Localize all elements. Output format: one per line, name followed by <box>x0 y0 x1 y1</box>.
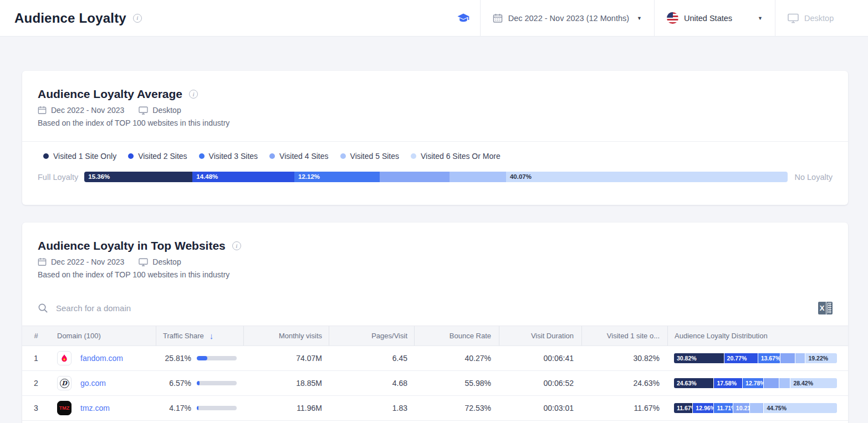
country-selector[interactable]: United States ▼ <box>654 0 775 36</box>
table-card-info-icon[interactable]: i <box>232 241 241 250</box>
calendar-icon <box>493 13 503 23</box>
row-distribution: 24.63%17.58%12.78%28.42% <box>667 378 848 388</box>
row-distribution: 30.82%20.77%13.67%19.22% <box>667 353 848 363</box>
distribution-segment: 12.96% <box>693 403 714 413</box>
distribution-bar: 24.63%17.58%12.78%28.42% <box>674 378 837 388</box>
table-row: 1fandom.com25.81%74.07M6.4540.27%00:06:4… <box>22 346 848 371</box>
legend-label: Visited 6 Sites Or More <box>421 152 501 161</box>
legend-item[interactable]: Visited 2 Sites <box>128 152 187 161</box>
distribution-bar: 11.67%12.96%11.71%10.21%44.75% <box>674 403 837 413</box>
search-icon <box>38 303 48 313</box>
legend-item[interactable]: Visited 3 Sites <box>199 152 258 161</box>
legend-item[interactable]: Visited 6 Sites Or More <box>411 152 501 161</box>
legend-item[interactable]: Visited 1 Site Only <box>43 152 116 161</box>
search-input[interactable] <box>56 303 818 313</box>
row-rank: 1 <box>22 354 50 363</box>
row-visited-1-site: 30.82% <box>581 354 667 363</box>
row-rank: 2 <box>22 379 50 388</box>
row-traffic-share: 4.17% <box>156 404 243 412</box>
traffic-share-bar <box>197 381 237 385</box>
distribution-segment: 44.75% <box>764 403 837 413</box>
row-visited-1-site: 11.67% <box>581 404 667 412</box>
average-card-date: Dec 2022 - Nov 2023 <box>51 106 124 115</box>
average-distribution-bar: 15.36%14.48%12.12%40.07% <box>84 172 788 182</box>
average-card-title: Audience Loyalty Average <box>38 87 182 101</box>
row-domain: fandom.com <box>50 351 156 365</box>
table-card-date: Dec 2022 - Nov 2023 <box>51 257 124 266</box>
row-visit-duration: 00:06:52 <box>499 379 581 388</box>
distribution-segment <box>380 172 450 182</box>
distribution-segment: 11.67% <box>674 403 693 413</box>
row-visited-1-site: 24.63% <box>581 379 667 388</box>
domain-link[interactable]: tmz.com <box>80 404 110 412</box>
legend-label: Visited 1 Site Only <box>53 152 116 161</box>
go-favicon: D <box>57 376 72 390</box>
average-card-device: Desktop <box>152 106 181 115</box>
distribution-segment: 20.77% <box>724 353 758 363</box>
row-domain: Dgo.com <box>50 376 156 390</box>
column-pages-visit[interactable]: Pages/Visit <box>329 326 414 345</box>
excel-export-icon[interactable]: X <box>818 302 833 314</box>
distribution-segment: 13.67% <box>758 353 780 363</box>
column-rank[interactable]: # <box>22 326 50 345</box>
divider <box>22 141 848 142</box>
row-pages-visit: 6.45 <box>329 354 414 363</box>
chevron-down-icon: ▼ <box>758 16 763 21</box>
desktop-icon <box>788 13 799 23</box>
distribution-segment <box>450 172 506 182</box>
legend-item[interactable]: Visited 4 Sites <box>269 152 328 161</box>
row-rank: 3 <box>22 404 50 412</box>
legend-item[interactable]: Visited 5 Sites <box>340 152 399 161</box>
distribution-segment: 14.48% <box>192 172 294 182</box>
column-visited-1-site[interactable]: Visited 1 site o... <box>581 326 667 345</box>
education-icon[interactable] <box>447 0 480 36</box>
top-header: Audience Loyalty i Dec 2022 - Nov 2023 (… <box>0 0 868 37</box>
row-pages-visit: 4.68 <box>329 379 414 388</box>
legend-label: Visited 5 Sites <box>350 152 399 161</box>
tmz-favicon: TMZ <box>57 401 72 415</box>
domain-link[interactable]: fandom.com <box>80 354 123 363</box>
legend-label: Visited 4 Sites <box>279 152 328 161</box>
distribution-segment: 12.12% <box>294 172 380 182</box>
domain-link[interactable]: go.com <box>80 379 106 388</box>
distribution-segment <box>764 378 779 388</box>
legend-label: Visited 3 Sites <box>209 152 258 161</box>
distribution-segment: 24.63% <box>674 378 714 388</box>
page-title-info-icon[interactable]: i <box>133 14 142 23</box>
row-pages-visit: 1.83 <box>329 404 414 412</box>
column-bounce-rate[interactable]: Bounce Rate <box>414 326 499 345</box>
row-monthly-visits: 74.07M <box>243 354 329 363</box>
distribution-segment: 15.36% <box>84 172 192 182</box>
legend-label: Visited 2 Sites <box>138 152 187 161</box>
legend-dot-icon <box>269 153 275 159</box>
desktop-icon <box>139 106 148 115</box>
distribution-segment: 17.58% <box>714 378 743 388</box>
row-bounce-rate: 72.53% <box>414 404 499 412</box>
date-range-selector[interactable]: Dec 2022 - Nov 2023 (12 Months) ▼ <box>480 0 654 36</box>
device-value: Desktop <box>804 14 834 23</box>
distribution-segment: 28.42% <box>790 378 837 388</box>
table-card-title: Audience Loyalty in Top Websites <box>38 239 226 252</box>
distribution-segment <box>780 353 796 363</box>
average-card-info-icon[interactable]: i <box>189 90 198 99</box>
column-monthly-visits[interactable]: Monthly visits <box>243 326 329 345</box>
distribution-segment: 30.82% <box>674 353 724 363</box>
legend-dot-icon <box>411 153 416 159</box>
full-loyalty-label: Full Loyalty <box>38 173 78 182</box>
column-visit-duration[interactable]: Visit Duration <box>499 326 581 345</box>
distribution-segment: 11.71% <box>714 403 733 413</box>
column-distribution[interactable]: Audience Loyalty Distribution <box>667 326 848 345</box>
row-traffic-share: 25.81% <box>156 354 243 363</box>
traffic-share-bar <box>197 406 237 410</box>
distribution-bar: 30.82%20.77%13.67%19.22% <box>674 353 837 363</box>
distribution-segment: 40.07% <box>506 172 788 182</box>
legend-dot-icon <box>199 153 205 159</box>
column-domain[interactable]: Domain (100) <box>50 326 156 345</box>
sort-desc-icon: ↓ <box>210 331 214 341</box>
column-traffic-share[interactable]: Traffic Share↓ <box>156 326 243 345</box>
legend-dot-icon <box>43 153 49 159</box>
row-distribution: 11.67%12.96%11.71%10.21%44.75% <box>667 403 848 413</box>
calendar-icon <box>38 106 47 115</box>
date-range-value: Dec 2022 - Nov 2023 (12 Months) <box>508 14 629 23</box>
row-bounce-rate: 55.98% <box>414 379 499 388</box>
